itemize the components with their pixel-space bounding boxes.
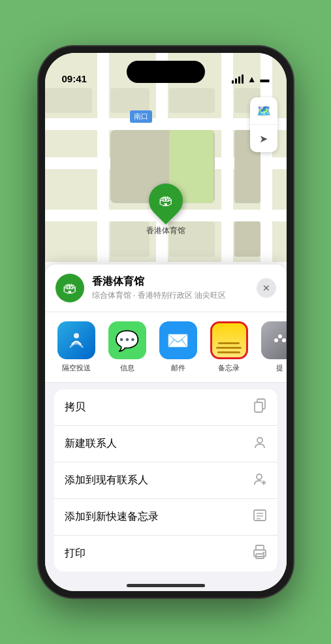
- marker-label: 香港体育馆: [146, 225, 185, 236]
- station-label: 南口: [130, 110, 152, 123]
- action-new-contact[interactable]: 新建联系人: [54, 426, 277, 462]
- phone-screen: 09:41 ▲ ▬: [45, 53, 287, 591]
- action-new-contact-label: 新建联系人: [65, 437, 117, 451]
- location-subtitle: 综合体育馆 · 香港特别行政区 油尖旺区: [92, 290, 249, 301]
- share-item-notes[interactable]: 备忘录: [208, 321, 250, 373]
- action-copy[interactable]: 拷贝: [54, 389, 277, 426]
- new-contact-icon: [253, 435, 267, 453]
- home-indicator: [127, 584, 205, 587]
- marker-pin: 🏟: [142, 176, 190, 225]
- messages-label: 信息: [120, 363, 134, 373]
- share-item-airdrop[interactable]: 隔空投送: [55, 321, 97, 373]
- stadium-marker: 🏟 香港体育馆: [146, 184, 185, 236]
- action-add-existing[interactable]: 添加到现有联系人: [54, 462, 277, 499]
- map-type-button[interactable]: 🗺️: [250, 97, 277, 125]
- share-item-messages[interactable]: 💬 信息: [106, 321, 148, 373]
- action-add-existing-label: 添加到现有联系人: [65, 474, 148, 487]
- location-info: 香港体育馆 综合体育馆 · 香港特别行政区 油尖旺区: [92, 275, 249, 301]
- marker-icon: 🏟: [159, 192, 173, 209]
- action-print[interactable]: 打印: [54, 536, 277, 572]
- messages-icon: 💬: [108, 321, 146, 359]
- dynamic-island: [127, 61, 205, 83]
- action-quick-note-label: 添加到新快速备忘录: [65, 510, 159, 524]
- more-icon: [261, 321, 287, 359]
- mail-label: 邮件: [171, 363, 185, 373]
- status-icons: ▲ ▬: [232, 74, 270, 84]
- action-quick-note[interactable]: 添加到新快速备忘录: [54, 499, 277, 536]
- quick-note-icon: [253, 508, 267, 526]
- location-button[interactable]: ➤: [250, 125, 277, 152]
- svg-point-7: [257, 474, 262, 479]
- battery-icon: ▬: [260, 74, 270, 84]
- svg-point-2: [278, 334, 282, 338]
- signal-icon: [232, 74, 244, 84]
- svg-point-1: [274, 338, 278, 342]
- action-print-label: 打印: [65, 547, 86, 560]
- airdrop-label: 隔空投送: [62, 363, 91, 373]
- wifi-icon: ▲: [247, 74, 257, 84]
- location-avatar: 🏟: [55, 274, 84, 302]
- svg-point-18: [262, 552, 264, 554]
- location-name: 香港体育馆: [92, 275, 249, 289]
- location-header: 🏟 香港体育馆 综合体育馆 · 香港特别行政区 油尖旺区 ✕: [45, 265, 287, 312]
- share-item-mail[interactable]: ✉️ 邮件: [157, 321, 199, 373]
- svg-rect-5: [255, 402, 262, 412]
- more-label: 提: [276, 363, 283, 373]
- notes-label: 备忘录: [218, 363, 240, 373]
- share-row: 隔空投送 💬 信息 ✉️ 邮件: [45, 312, 287, 383]
- phone-frame: 09:41 ▲ ▬: [39, 46, 293, 598]
- bottom-sheet: 🏟 香港体育馆 综合体育馆 · 香港特别行政区 油尖旺区 ✕: [45, 265, 287, 591]
- mail-icon: ✉️: [159, 321, 197, 359]
- share-item-more[interactable]: 提: [259, 321, 287, 373]
- svg-point-0: [74, 333, 79, 338]
- add-existing-icon: [253, 472, 267, 489]
- svg-point-6: [257, 438, 262, 443]
- svg-rect-15: [256, 545, 264, 550]
- close-button[interactable]: ✕: [257, 278, 276, 298]
- status-time: 09:41: [62, 73, 87, 84]
- copy-icon: [253, 398, 267, 416]
- map-controls: 🗺️ ➤: [250, 97, 277, 152]
- airdrop-icon: [57, 321, 95, 359]
- action-list: 拷贝 新建联系人: [54, 389, 277, 572]
- svg-point-3: [282, 338, 286, 342]
- print-icon: [253, 545, 267, 562]
- action-copy-label: 拷贝: [65, 400, 86, 414]
- notes-icon: [210, 321, 248, 359]
